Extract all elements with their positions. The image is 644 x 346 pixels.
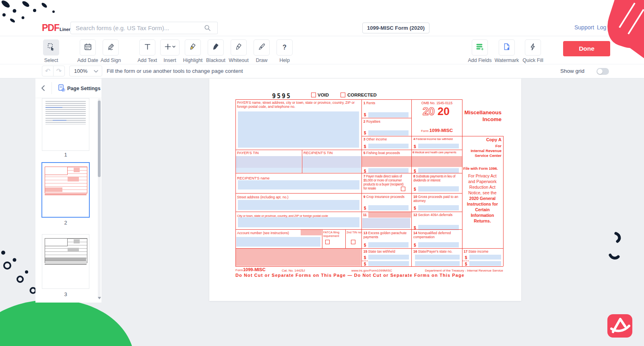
thumbnail-3-gray-2: [68, 248, 79, 252]
redo-button[interactable]: ↷: [53, 66, 65, 76]
help-label: Help: [272, 58, 297, 63]
box17-state-income-field-1[interactable]: [469, 255, 501, 260]
help-button[interactable]: ? Help: [272, 39, 297, 63]
dollar-sign: $: [414, 226, 416, 230]
pdfliner-logo-icon: [607, 314, 633, 338]
payers-tin-field[interactable]: [236, 156, 301, 168]
box1-rents-field[interactable]: [368, 112, 409, 117]
dollar-sign: $: [414, 187, 416, 192]
add-date-button[interactable]: Add Date: [75, 39, 101, 63]
city-field[interactable]: [238, 217, 359, 227]
support-link[interactable]: Support: [574, 24, 594, 31]
draw-button[interactable]: Draw: [249, 39, 275, 63]
undo-button[interactable]: ↶: [42, 66, 54, 76]
whiteout-button[interactable]: Whiteout: [226, 39, 252, 63]
signature-pen-icon: [107, 43, 115, 52]
dollar-sign: $: [414, 243, 416, 247]
second-tin-checkbox[interactable]: [351, 240, 355, 244]
highlight-button[interactable]: Highlight: [180, 39, 206, 63]
box3-label: 3 Other income: [363, 137, 387, 141]
instructions-line-2: Instructions for: [462, 202, 503, 206]
sidebar-scrollbar-thumb[interactable]: [98, 101, 101, 177]
box15-state-tax-field-2[interactable]: [368, 261, 409, 266]
page-number-1: 1: [42, 152, 89, 158]
box13-parachute-field[interactable]: [368, 242, 409, 247]
box5-label: 5 Fishing boat proceeds: [363, 151, 400, 155]
box2-label: 2 Royalties: [363, 119, 380, 124]
watermark-button[interactable]: Watermark: [494, 39, 520, 63]
payer-info-field[interactable]: [238, 111, 359, 148]
box6-shaded-area: [412, 156, 462, 167]
plus-chevron-icon: [164, 43, 175, 52]
box8-substitute-field[interactable]: [418, 186, 459, 192]
payers-tin-field-2[interactable]: [236, 168, 301, 173]
box3-other-income-field[interactable]: [368, 144, 409, 148]
add-date-label: Add Date: [75, 58, 101, 63]
void-checkbox[interactable]: [311, 93, 316, 97]
add-text-button[interactable]: Add Text: [134, 39, 160, 63]
insert-button[interactable]: Insert: [157, 39, 183, 63]
blackout-button[interactable]: Blackout: [203, 39, 229, 63]
page-settings-tab[interactable]: Page Settings: [67, 86, 101, 91]
dollar-sign: $: [364, 262, 366, 266]
select-cursor-icon: [47, 43, 55, 52]
account-number-field[interactable]: [236, 237, 320, 247]
quick-fill-button[interactable]: Quick Fill: [520, 39, 546, 63]
collapse-sidebar-button[interactable]: [41, 85, 45, 93]
misc-income-title-1: Miscellaneous: [463, 109, 502, 115]
box4-federal-tax-field[interactable]: [418, 144, 459, 148]
form-year: 20 20: [415, 105, 458, 117]
recipients-tin-field-2[interactable]: [302, 168, 361, 173]
box10-attorney-field[interactable]: [418, 205, 459, 210]
recipients-tin-field[interactable]: [302, 156, 361, 168]
pdfliner-logo[interactable]: PDFLiner: [42, 23, 70, 33]
whiteout-label: Whiteout: [226, 58, 252, 63]
dollar-sign: $: [414, 144, 416, 149]
thumbnail-3-gray-1: [74, 239, 80, 243]
select-tool-button[interactable]: Select: [38, 39, 64, 63]
page-thumbnail-2-selected[interactable]: [41, 162, 90, 218]
scroll-down-arrow[interactable]: [98, 297, 101, 299]
page-number-3: 3: [42, 291, 89, 297]
box11-label: 11: [363, 213, 367, 217]
editor-hint-text: Fill the form or use another tools to ch…: [107, 68, 243, 74]
show-grid-toggle[interactable]: [597, 68, 609, 75]
corrected-checkbox[interactable]: [341, 93, 345, 97]
page-thumbnail-3[interactable]: [42, 234, 89, 289]
street-address-field[interactable]: [238, 200, 359, 210]
box16-state-no-field-1[interactable]: [415, 255, 460, 260]
add-fields-button[interactable]: Add Fields: [467, 39, 493, 63]
payers-tin-label: PAYER'S TIN: [237, 151, 259, 155]
zoom-level-select[interactable]: 100%: [69, 66, 102, 76]
add-sign-button[interactable]: Add Sign: [98, 39, 124, 63]
file-with-label: File with Form 1096.: [463, 167, 503, 171]
whiteout-brush-icon: [235, 43, 242, 52]
box7-checkbox[interactable]: [401, 187, 405, 191]
lightning-icon: [530, 43, 536, 52]
box15-state-tax-field-1[interactable]: [368, 255, 409, 260]
box2-royalties-field[interactable]: [368, 130, 409, 136]
fatca-label: FATCA filing requirement: [323, 231, 344, 238]
box1-label: 1 Rents: [363, 101, 375, 105]
box17-state-income-field-2[interactable]: [469, 261, 501, 266]
recipient-name-field[interactable]: [238, 180, 359, 189]
insert-label: Insert: [157, 58, 183, 63]
page-thumbnail-1[interactable]: [42, 98, 89, 151]
box12-label: 12 Section 409A deferrals: [413, 213, 452, 217]
add-fields-label: Add Fields: [467, 58, 493, 63]
box11-field[interactable]: [362, 218, 410, 228]
box5-shaded-area: [362, 156, 411, 167]
privacy-line-4: Notice, see the: [462, 190, 503, 195]
box9-crop-field[interactable]: [368, 205, 409, 210]
quick-fill-label: Quick Fill: [520, 58, 546, 63]
logo-liner-text: Liner: [60, 27, 70, 32]
box15-label: 15 State tax withheld: [363, 249, 395, 253]
search-input[interactable]: [70, 22, 218, 34]
instructions-line-1: 2020 General: [462, 196, 503, 201]
box16-state-no-field-2[interactable]: [415, 261, 460, 266]
privacy-line-3: Reduction Act: [462, 185, 503, 189]
fatca-checkbox[interactable]: [325, 240, 330, 244]
box14-deferred-field[interactable]: [418, 242, 459, 247]
thumbnail-3-caption-line: [45, 264, 87, 265]
done-button[interactable]: Done: [563, 41, 610, 56]
